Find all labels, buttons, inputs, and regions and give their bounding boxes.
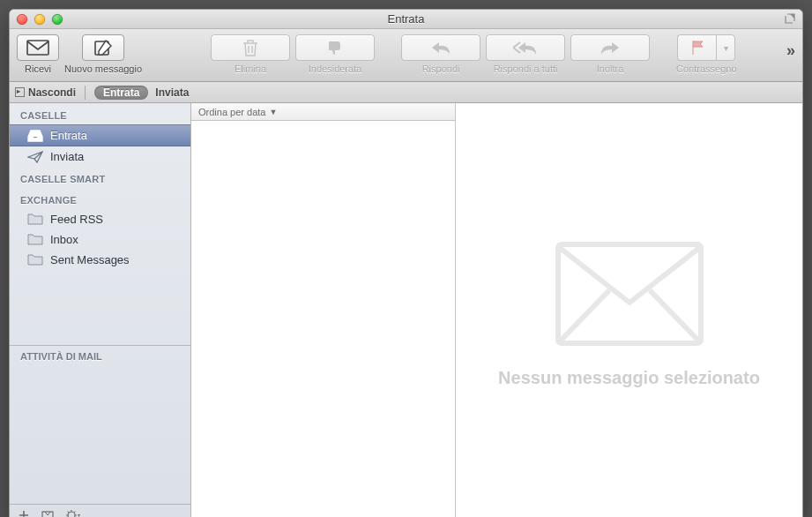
reply-label: Rispondi	[422, 64, 460, 74]
forward-icon	[600, 41, 621, 55]
junk-label: Indesiderata	[309, 64, 362, 74]
flag-label: Contrassegno	[676, 64, 737, 74]
folder-icon	[27, 234, 43, 245]
envelope-icon	[26, 40, 49, 56]
forward-label: Inoltra	[597, 64, 624, 74]
new-message-label: Nuovo messaggio	[64, 64, 142, 74]
favorite-inbox[interactable]: Entrata	[94, 86, 148, 100]
svg-point-3	[68, 512, 75, 518]
flag-button[interactable]: ▾	[677, 34, 735, 61]
show-activity-button[interactable]	[41, 510, 54, 518]
thumbs-down-icon	[326, 40, 344, 56]
reply-all-label: Rispondi a tutti	[494, 64, 558, 74]
sidebar-inbox-label: Entrata	[50, 129, 87, 142]
sidebar: CASELLE Entrata Inviata CASELLE SMART EX…	[10, 103, 191, 517]
envelope-placeholder-icon	[555, 241, 704, 347]
junk-button[interactable]	[295, 34, 375, 61]
body: CASELLE Entrata Inviata CASELLE SMART EX…	[10, 103, 802, 517]
sidebar-sent-messages[interactable]: Sent Messages	[10, 250, 190, 270]
message-list-body	[191, 121, 455, 517]
sidebar-feed-label: Feed RSS	[50, 213, 103, 226]
fullscreen-button[interactable]	[785, 13, 797, 26]
sidebar-sent-label: Inviata	[50, 150, 84, 163]
reply-button[interactable]	[401, 34, 480, 61]
reply-all-icon	[513, 41, 538, 55]
hide-label: Nascondi	[28, 86, 76, 99]
receive-button[interactable]	[17, 34, 59, 61]
toolbar-overflow[interactable]: »	[786, 41, 795, 60]
paper-plane-icon	[27, 151, 43, 163]
mail-window: Entrata Ricevi Nuovo messaggio Elimina	[9, 9, 803, 517]
add-button[interactable]	[19, 510, 29, 518]
mailboxes-header: CASELLE	[10, 103, 190, 124]
folder-icon	[27, 254, 43, 266]
no-message-selected-label: Nessun messaggio selezionato	[498, 368, 760, 388]
forward-button[interactable]	[570, 34, 650, 61]
reply-icon	[430, 41, 451, 55]
folder-icon	[27, 214, 43, 225]
toolbar: Ricevi Nuovo messaggio Elimina Indesider…	[10, 29, 802, 82]
reply-all-button[interactable]	[486, 34, 565, 61]
hide-icon	[15, 87, 25, 97]
chevron-down-icon: ▼	[269, 108, 277, 116]
flag-dropdown[interactable]: ▾	[716, 34, 735, 61]
preview-pane: Nessun messaggio selezionato	[456, 103, 802, 517]
compose-icon	[93, 39, 113, 56]
flag-icon	[690, 40, 704, 56]
mail-activity-header: ATTIVITÀ DI MAIL	[10, 345, 190, 504]
action-menu-button[interactable]	[66, 510, 82, 518]
trash-icon	[242, 39, 258, 56]
sort-label: Ordina per data	[198, 107, 265, 117]
svg-rect-4	[558, 244, 701, 343]
message-list: Ordina per data ▼	[191, 103, 456, 517]
divider	[85, 86, 86, 100]
sidebar-exchange-inbox[interactable]: Inbox	[10, 229, 190, 250]
new-message-button[interactable]	[82, 34, 124, 61]
sidebar-sent[interactable]: Inviata	[10, 146, 190, 167]
hide-sidebar-button[interactable]: Nascondi	[15, 86, 76, 99]
window-title: Entrata	[10, 12, 802, 26]
delete-label: Elimina	[235, 64, 266, 74]
sidebar-inbox[interactable]: Entrata	[10, 124, 190, 146]
titlebar: Entrata	[10, 10, 802, 29]
inbox-icon	[27, 130, 43, 142]
sidebar-footer	[10, 504, 190, 517]
sidebar-feed-rss[interactable]: Feed RSS	[10, 209, 190, 229]
exchange-header: EXCHANGE	[10, 188, 190, 209]
sidebar-exchange-inbox-label: Inbox	[50, 233, 78, 246]
favorites-bar: Nascondi Entrata Inviata	[10, 82, 802, 103]
favorite-sent[interactable]: Inviata	[155, 86, 189, 99]
svg-rect-0	[27, 41, 48, 55]
sidebar-sent-messages-label: Sent Messages	[50, 253, 130, 266]
sort-header[interactable]: Ordina per data ▼	[191, 103, 455, 121]
smart-header: CASELLE SMART	[10, 167, 190, 188]
delete-button[interactable]	[211, 34, 290, 61]
receive-label: Ricevi	[25, 64, 51, 74]
